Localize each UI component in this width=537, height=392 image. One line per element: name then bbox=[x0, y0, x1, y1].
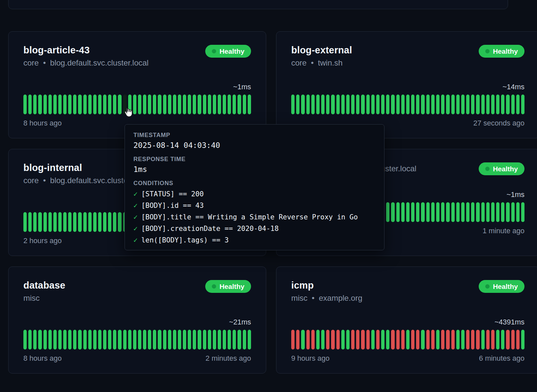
uptime-bar[interactable] bbox=[233, 95, 236, 114]
uptime-bar[interactable] bbox=[396, 202, 400, 222]
uptime-bar[interactable] bbox=[98, 330, 101, 350]
uptime-bar[interactable] bbox=[456, 330, 460, 350]
uptime-bar[interactable] bbox=[486, 330, 490, 350]
uptime-bar[interactable] bbox=[83, 330, 87, 350]
uptime-bar[interactable] bbox=[228, 330, 231, 350]
uptime-bar[interactable] bbox=[213, 95, 216, 114]
uptime-bar[interactable] bbox=[366, 330, 370, 350]
uptime-bar[interactable] bbox=[168, 330, 171, 350]
uptime-bar[interactable] bbox=[371, 95, 375, 114]
uptime-bar[interactable] bbox=[511, 95, 515, 114]
uptime-bars[interactable] bbox=[23, 95, 251, 114]
uptime-bar[interactable] bbox=[88, 95, 92, 114]
uptime-bar[interactable] bbox=[108, 95, 111, 114]
uptime-bar[interactable] bbox=[426, 330, 430, 350]
uptime-bar[interactable] bbox=[506, 95, 509, 114]
uptime-bar[interactable] bbox=[426, 202, 430, 222]
uptime-bar[interactable] bbox=[316, 95, 320, 114]
uptime-bar[interactable] bbox=[43, 330, 47, 350]
uptime-bar[interactable] bbox=[451, 202, 455, 222]
uptime-bar[interactable] bbox=[218, 330, 221, 350]
endpoint-card[interactable]: icmp misc • example.org Healthy ~4391ms … bbox=[276, 266, 537, 374]
uptime-bar[interactable] bbox=[93, 212, 97, 232]
uptime-bar[interactable] bbox=[153, 330, 156, 350]
uptime-bar[interactable] bbox=[173, 95, 176, 114]
uptime-bar[interactable] bbox=[346, 95, 350, 114]
uptime-bar[interactable] bbox=[233, 330, 236, 350]
uptime-bar[interactable] bbox=[23, 95, 27, 114]
uptime-bar[interactable] bbox=[386, 330, 389, 350]
uptime-bar[interactable] bbox=[321, 95, 325, 114]
uptime-bar[interactable] bbox=[341, 95, 345, 114]
uptime-bar[interactable] bbox=[506, 202, 509, 222]
uptime-bar[interactable] bbox=[326, 95, 329, 114]
uptime-bar[interactable] bbox=[103, 95, 106, 114]
uptime-bar[interactable] bbox=[521, 202, 524, 222]
uptime-bar[interactable] bbox=[138, 95, 141, 114]
uptime-bar[interactable] bbox=[511, 202, 515, 222]
uptime-bar[interactable] bbox=[28, 330, 32, 350]
uptime-bar[interactable] bbox=[516, 330, 520, 350]
uptime-bar[interactable] bbox=[63, 95, 67, 114]
uptime-bar[interactable] bbox=[431, 202, 435, 222]
uptime-bar[interactable] bbox=[386, 202, 389, 222]
uptime-bar[interactable] bbox=[118, 330, 121, 350]
uptime-bar[interactable] bbox=[411, 330, 414, 350]
uptime-bar[interactable] bbox=[296, 330, 299, 350]
uptime-bar[interactable] bbox=[53, 330, 57, 350]
uptime-bar[interactable] bbox=[163, 330, 166, 350]
uptime-bar[interactable] bbox=[58, 212, 62, 232]
uptime-bar[interactable] bbox=[341, 330, 345, 350]
uptime-bar[interactable] bbox=[148, 330, 151, 350]
uptime-bar[interactable] bbox=[38, 95, 42, 114]
uptime-bar[interactable] bbox=[331, 330, 334, 350]
uptime-bar[interactable] bbox=[501, 330, 504, 350]
uptime-bar[interactable] bbox=[491, 330, 495, 350]
endpoint-card[interactable]: blog-external core • twin.sh Healthy ~14… bbox=[276, 31, 537, 138]
uptime-bar[interactable] bbox=[431, 330, 435, 350]
uptime-bar[interactable] bbox=[501, 95, 504, 114]
uptime-bar[interactable] bbox=[48, 212, 52, 232]
uptime-bar[interactable] bbox=[248, 95, 251, 114]
uptime-bar[interactable] bbox=[118, 212, 121, 232]
uptime-bar[interactable] bbox=[33, 212, 37, 232]
uptime-bar[interactable] bbox=[336, 95, 340, 114]
uptime-bar[interactable] bbox=[391, 202, 394, 222]
endpoint-card[interactable]: blog-article-43 core • blog.default.svc.… bbox=[8, 31, 266, 138]
uptime-bar[interactable] bbox=[496, 202, 499, 222]
uptime-bar[interactable] bbox=[311, 330, 315, 350]
uptime-bar[interactable] bbox=[188, 330, 191, 350]
uptime-bar[interactable] bbox=[421, 330, 424, 350]
uptime-bar[interactable] bbox=[118, 95, 121, 114]
uptime-bar[interactable] bbox=[43, 95, 47, 114]
uptime-bar[interactable] bbox=[376, 330, 380, 350]
uptime-bar[interactable] bbox=[208, 95, 211, 114]
uptime-bar[interactable] bbox=[138, 330, 141, 350]
uptime-bar[interactable] bbox=[73, 95, 76, 114]
uptime-bar[interactable] bbox=[218, 95, 221, 114]
uptime-bar[interactable] bbox=[516, 95, 520, 114]
uptime-bar[interactable] bbox=[73, 330, 76, 350]
uptime-bar[interactable] bbox=[351, 95, 354, 114]
uptime-bar[interactable] bbox=[68, 95, 71, 114]
uptime-bar[interactable] bbox=[223, 330, 226, 350]
uptime-bar[interactable] bbox=[511, 330, 515, 350]
uptime-bar[interactable] bbox=[158, 330, 161, 350]
uptime-bar[interactable] bbox=[163, 95, 166, 114]
uptime-bars[interactable] bbox=[291, 95, 524, 114]
uptime-bar[interactable] bbox=[521, 330, 524, 350]
uptime-bar[interactable] bbox=[336, 330, 340, 350]
uptime-bar[interactable] bbox=[203, 330, 206, 350]
uptime-bar[interactable] bbox=[476, 330, 479, 350]
uptime-bar[interactable] bbox=[521, 95, 524, 114]
uptime-bar[interactable] bbox=[53, 212, 57, 232]
uptime-bar[interactable] bbox=[381, 330, 384, 350]
uptime-bar[interactable] bbox=[476, 95, 479, 114]
uptime-bar[interactable] bbox=[481, 95, 485, 114]
uptime-bar[interactable] bbox=[366, 95, 370, 114]
uptime-bar[interactable] bbox=[301, 330, 304, 350]
uptime-bar[interactable] bbox=[153, 95, 156, 114]
uptime-bar[interactable] bbox=[426, 95, 430, 114]
uptime-bar[interactable] bbox=[351, 330, 354, 350]
uptime-bar[interactable] bbox=[143, 330, 146, 350]
